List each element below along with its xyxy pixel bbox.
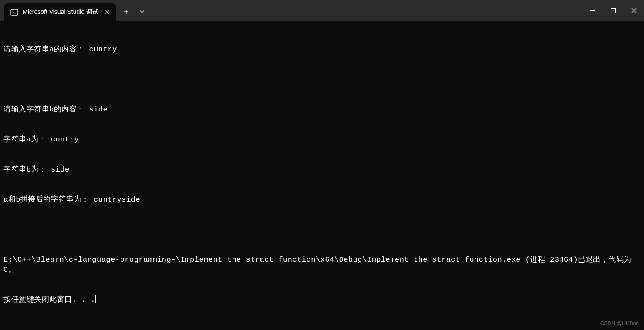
tab-dropdown-button[interactable] — [134, 4, 150, 20]
minimize-button[interactable] — [583, 0, 603, 21]
close-window-button[interactable] — [624, 0, 644, 21]
active-tab[interactable]: Microsoft Visual Studio 调试 — [4, 3, 116, 21]
svg-rect-0 — [11, 9, 18, 15]
terminal-line: 按任意键关闭此窗口. . . — [3, 295, 641, 305]
maximize-button[interactable] — [603, 0, 624, 21]
tab-title: Microsoft Visual Studio 调试 — [23, 8, 98, 16]
window-controls — [583, 0, 644, 21]
titlebar-left: Microsoft Visual Studio 调试 — [0, 0, 150, 21]
terminal-line: 字符串b为： side — [3, 165, 641, 175]
new-tab-button[interactable] — [118, 4, 134, 20]
terminal-text: 按任意键关闭此窗口. . . — [3, 296, 95, 304]
terminal-line: E:\C++\Blearn\c-language-programming-\Im… — [3, 255, 641, 275]
terminal-line: 请输入字符串b的内容： side — [3, 104, 641, 114]
watermark: CSDN @HHBon — [600, 320, 639, 327]
titlebar: Microsoft Visual Studio 调试 — [0, 0, 644, 21]
terminal-line — [3, 74, 641, 84]
terminal-icon — [10, 8, 18, 16]
terminal-line: a和b拼接后的字符串为： cuntryside — [3, 195, 641, 205]
svg-rect-7 — [611, 8, 616, 13]
terminal-line: 字符串a为： cuntry — [3, 135, 641, 145]
close-tab-button[interactable] — [103, 8, 111, 17]
terminal-line — [3, 225, 641, 235]
terminal-line: 请输入字符串a的内容： cuntry — [3, 44, 641, 54]
terminal-cursor — [95, 295, 96, 303]
terminal-content[interactable]: 请输入字符串a的内容： cuntry 请输入字符串b的内容： side 字符串a… — [0, 21, 644, 318]
